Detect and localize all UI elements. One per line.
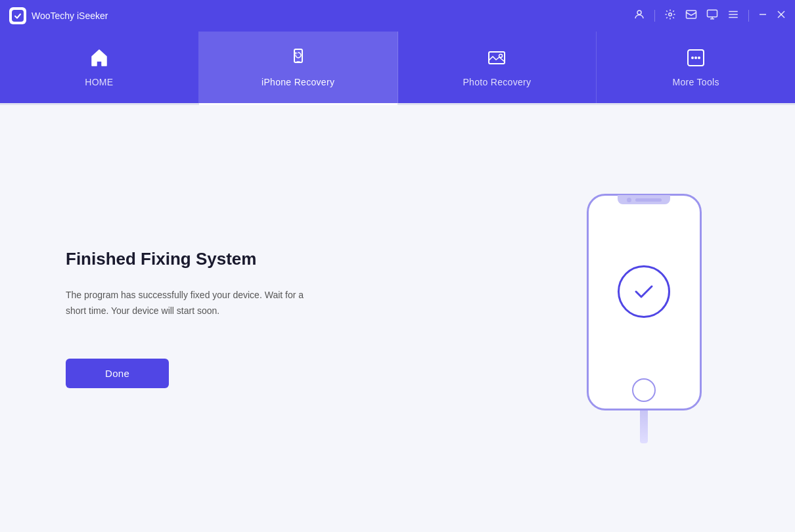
phone-illustration — [587, 194, 702, 443]
phone-cable — [640, 410, 648, 443]
divider — [654, 10, 655, 22]
left-panel: Finished Fixing System The program has s… — [66, 249, 394, 388]
main-content: Finished Fixing System The program has s… — [0, 105, 795, 532]
nav-label-photo-recovery: Photo Recovery — [463, 77, 531, 87]
chat-icon[interactable] — [706, 9, 718, 23]
svg-point-13 — [499, 55, 503, 58]
win-controls — [758, 10, 786, 22]
mail-icon[interactable] — [685, 9, 697, 23]
right-panel — [545, 194, 742, 443]
account-icon[interactable] — [633, 9, 645, 23]
home-icon — [89, 47, 110, 72]
title-bar-right — [633, 9, 786, 23]
close-button[interactable] — [777, 10, 786, 22]
phone-speaker — [635, 198, 662, 202]
svg-point-1 — [637, 11, 641, 14]
nav-label-more-tools: More Tools — [673, 77, 719, 87]
finished-desc: The program has successfully fixed your … — [66, 288, 315, 319]
more-tools-icon — [685, 47, 706, 72]
nav-item-home[interactable]: HOME — [0, 32, 199, 103]
nav-item-iphone-recovery[interactable]: iPhone Recovery — [199, 32, 398, 103]
svg-rect-4 — [708, 10, 717, 17]
title-bar-icons — [633, 9, 739, 23]
title-bar-left: WooTechy iSeeker — [9, 7, 108, 24]
svg-rect-3 — [687, 11, 696, 18]
svg-rect-0 — [12, 10, 24, 22]
iphone-recovery-icon — [288, 47, 309, 72]
svg-point-15 — [691, 56, 694, 59]
title-bar: WooTechy iSeeker — [0, 0, 795, 32]
app-title: WooTechy iSeeker — [32, 11, 108, 21]
menu-icon[interactable] — [727, 9, 739, 23]
phone-home-button — [632, 378, 656, 402]
svg-point-17 — [698, 56, 700, 59]
check-circle — [618, 265, 670, 318]
phone-camera — [627, 198, 631, 202]
nav-label-iphone-recovery: iPhone Recovery — [261, 77, 334, 87]
finished-title: Finished Fixing System — [66, 249, 394, 269]
phone-screen — [618, 210, 670, 373]
nav-item-more-tools[interactable]: More Tools — [597, 32, 795, 103]
divider2 — [748, 10, 749, 22]
phone-top-bar — [618, 195, 670, 204]
photo-recovery-icon — [486, 47, 507, 72]
svg-point-2 — [669, 13, 672, 16]
app-logo — [9, 7, 26, 24]
settings-icon[interactable] — [664, 9, 676, 23]
svg-point-16 — [694, 56, 697, 59]
nav-label-home: HOME — [85, 77, 113, 87]
nav-item-photo-recovery[interactable]: Photo Recovery — [398, 32, 597, 103]
nav-bar: HOME iPhone Recovery Photo Recovery — [0, 32, 795, 105]
done-button[interactable]: Done — [66, 359, 169, 388]
phone-body — [587, 194, 702, 410]
minimize-button[interactable] — [758, 10, 767, 22]
